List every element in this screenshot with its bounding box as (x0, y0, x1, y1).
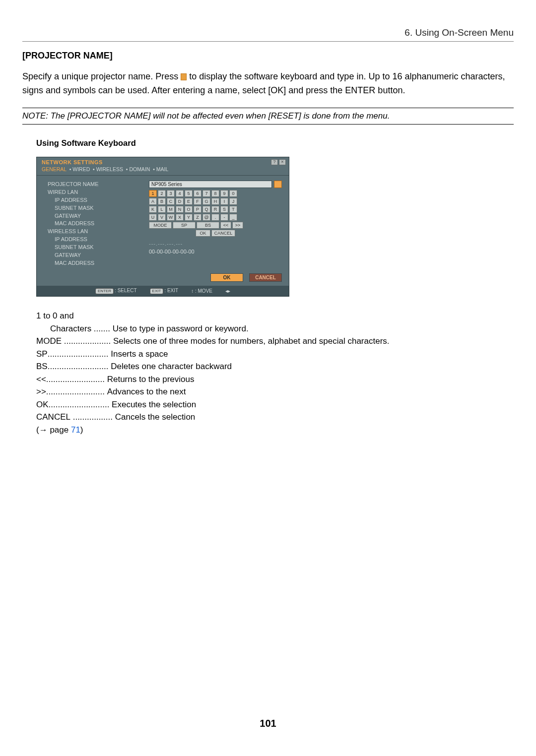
key-dot[interactable]: . (211, 214, 219, 221)
label-wired-lan: WIRED LAN (48, 189, 147, 196)
key-7[interactable]: 7 (202, 190, 210, 197)
key-e[interactable]: E (185, 198, 193, 205)
key-t[interactable]: T (229, 206, 237, 213)
blank-ip-display: ---.---.---.--- (149, 241, 282, 247)
def-dots: .......................... (48, 360, 111, 373)
enter-pill: ENTER (95, 288, 114, 294)
note-text: NOTE: The [PROJECTOR NAME] will not be a… (22, 111, 390, 121)
key-underscore[interactable]: _ (229, 214, 237, 221)
key-at[interactable]: @ (202, 214, 210, 221)
label-gateway: GATEWAY (48, 212, 147, 220)
key-p[interactable]: P (194, 206, 201, 213)
def-dots: .......................... (48, 348, 111, 361)
tab-mail[interactable]: MAIL (156, 166, 169, 172)
key-cancel[interactable]: CANCEL (211, 230, 235, 237)
definitions-list: 1 to 0 and Characters ....... Use to typ… (36, 310, 514, 436)
def-cancel-desc: Cancels the selection (115, 411, 196, 424)
status-exit: : EXIT (164, 288, 178, 293)
tab-domain[interactable]: DOMAIN (129, 166, 150, 172)
def-sp-desc: Inserts a space (111, 348, 168, 361)
key-m[interactable]: M (167, 206, 175, 213)
key-4[interactable]: 4 (176, 190, 184, 197)
key-8[interactable]: 8 (211, 190, 219, 197)
key-u[interactable]: U (149, 214, 157, 221)
tab-wireless[interactable]: WIRELESS (96, 166, 123, 172)
exit-pill: EXIT (150, 288, 164, 294)
key-s[interactable]: S (220, 206, 228, 213)
note-block: NOTE: The [PROJECTOR NAME] will not be a… (22, 108, 514, 125)
key-y[interactable]: Y (185, 214, 193, 221)
label-wireless-lan: WIRELESS LAN (48, 228, 147, 236)
osd-ok-button[interactable]: OK (210, 273, 243, 282)
projector-name-field[interactable]: NP905 Series (149, 181, 272, 188)
key-k[interactable]: K (149, 206, 157, 213)
key-a[interactable]: A (149, 198, 157, 205)
key-3[interactable]: 3 (167, 190, 175, 197)
label-subnet-mask: SUBNET MASK (48, 204, 147, 212)
keyboard-open-button[interactable] (274, 181, 282, 188)
pageref-link[interactable]: 71 (71, 425, 80, 435)
def-chars-term2: Characters (50, 322, 91, 335)
key-w[interactable]: W (167, 214, 175, 221)
key-6[interactable]: 6 (194, 190, 201, 197)
key-r[interactable]: R (211, 206, 219, 213)
label-mac-address-2: MAC ADDRESS (48, 259, 147, 267)
key-o[interactable]: O (185, 206, 193, 213)
def-dots: ......................... (46, 373, 107, 386)
key-ok[interactable]: OK (196, 230, 210, 237)
chapter-header: 6. Using On-Screen Menu (22, 27, 514, 42)
key-h[interactable]: H (211, 198, 219, 205)
key-n[interactable]: N (176, 206, 184, 213)
def-dots: ................. (70, 411, 115, 424)
def-dots: ....... (91, 322, 113, 335)
key-9[interactable]: 9 (220, 190, 228, 197)
def-mode-desc: Selects one of three modes for numbers, … (113, 335, 390, 348)
key-dash[interactable]: - (220, 214, 228, 221)
def-next-term: >> (36, 385, 46, 398)
def-dots: .................... (62, 335, 113, 348)
key-mode[interactable]: MODE (149, 222, 172, 229)
key-q[interactable]: Q (202, 206, 210, 213)
def-next-desc: Advances to the next (107, 385, 186, 398)
key-d[interactable]: D (176, 198, 184, 205)
label-projector-name: PROJECTOR NAME (48, 181, 147, 189)
def-ok-desc: Executes the selection (112, 398, 196, 411)
label-gateway-2: GATEWAY (48, 252, 147, 259)
mac-value: 00-00-00-00-00-00 (149, 249, 282, 254)
key-1[interactable]: 1 (149, 190, 157, 197)
key-sp[interactable]: SP (173, 222, 196, 229)
close-icon[interactable]: × (279, 159, 286, 165)
key-2[interactable]: 2 (158, 190, 166, 197)
key-5[interactable]: 5 (185, 190, 193, 197)
key-j[interactable]: J (229, 198, 237, 205)
key-g[interactable]: G (202, 198, 210, 205)
tab-general[interactable]: GENERAL (42, 166, 67, 172)
key-l[interactable]: L (158, 206, 166, 213)
def-sp-term: SP (36, 348, 48, 361)
def-chars-term1: 1 to 0 and (36, 310, 74, 322)
key-i[interactable]: I (220, 198, 228, 205)
label-ip-address: IP ADDRESS (48, 196, 147, 204)
key-0[interactable]: 0 (229, 190, 237, 197)
def-ok-term: OK (36, 398, 49, 411)
key-c[interactable]: C (167, 198, 175, 205)
def-cancel-term: CANCEL (36, 411, 70, 424)
page-number: 101 (0, 718, 536, 729)
page-reference: (→ page 71) (36, 424, 514, 437)
key-next[interactable]: >> (232, 222, 243, 229)
key-b[interactable]: B (158, 198, 166, 205)
tab-wired[interactable]: WIRED (72, 166, 90, 172)
osd-window-title: NETWORK SETTINGS (42, 159, 270, 165)
def-bs-term: BS (36, 360, 48, 373)
key-z[interactable]: Z (194, 214, 201, 221)
section-title: [PROJECTOR NAME] (22, 51, 514, 61)
key-x[interactable]: X (176, 214, 184, 221)
para-part-a: Specify a unique projector name. Press (22, 71, 181, 81)
key-prev[interactable]: << (220, 222, 231, 229)
pageref-prefix: (→ page (36, 425, 71, 435)
help-icon[interactable]: ? (271, 159, 278, 165)
key-f[interactable]: F (194, 198, 201, 205)
key-v[interactable]: V (158, 214, 166, 221)
key-bs[interactable]: BS (197, 222, 219, 229)
osd-cancel-button[interactable]: CANCEL (249, 273, 282, 282)
